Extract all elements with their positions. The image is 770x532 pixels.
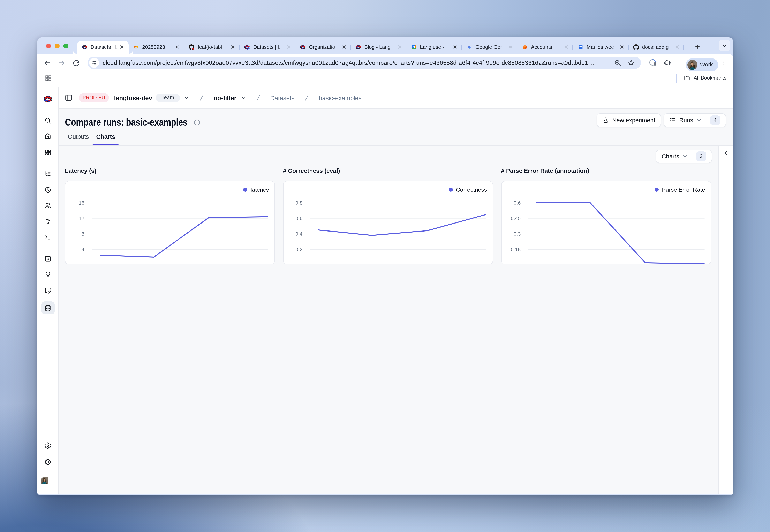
address-bar[interactable]: cloud.langfuse.com/project/cmfwgv8fx002o… [87, 56, 641, 69]
sidebar-toggle-icon[interactable] [64, 94, 73, 102]
sidebar-item-support[interactable] [41, 455, 54, 469]
legend-dot [655, 188, 659, 192]
reload-button[interactable] [71, 58, 80, 67]
legend-label: Correctness [456, 186, 487, 193]
dashboards-icon [44, 149, 51, 156]
browser-tab[interactable]: Blog - Lang [351, 41, 406, 54]
runs-count-badge: 4 [710, 115, 720, 125]
sidebar-item-settings[interactable] [41, 439, 54, 452]
site-settings-icon[interactable] [89, 58, 99, 68]
bookmark-star-icon[interactable] [627, 58, 636, 67]
page-tab-charts[interactable]: Charts [92, 133, 119, 146]
sidebar-item-insights[interactable] [41, 268, 54, 281]
chart-card: 0.80.60.40.2Correctness [283, 181, 493, 264]
chart-block-title: # Parse Error Rate (annotation) [501, 167, 711, 176]
browser-tab[interactable]: docs: add g [629, 41, 684, 54]
playground-icon [44, 234, 51, 241]
browser-tab[interactable]: Datasets | L [240, 41, 295, 54]
new-tab-button[interactable] [692, 41, 703, 52]
org-name[interactable]: langfuse-dev [114, 94, 152, 101]
collapse-panel-icon[interactable] [723, 150, 729, 156]
chart-line-parse-error-rate [536, 203, 705, 264]
tab-close-icon[interactable] [119, 44, 125, 50]
browser-tab[interactable]: Google Ger [462, 41, 517, 54]
sidebar-item-home[interactable] [41, 130, 54, 143]
sidebar-item-datasets[interactable] [41, 301, 54, 314]
browser-tab[interactable]: Accounts | [517, 41, 573, 54]
sidebar-item-search[interactable] [41, 114, 54, 127]
favicon-github-x [188, 44, 195, 50]
langfuse-logo[interactable] [41, 92, 54, 105]
browser-tab[interactable]: Langfuse - [406, 41, 462, 54]
close-window-button[interactable] [46, 43, 51, 48]
line-chart: 0.60.450.30.15 [501, 181, 711, 264]
new-experiment-button[interactable]: New experiment [597, 113, 661, 127]
profile-avatar [687, 60, 697, 70]
sidebar-item-sessions[interactable] [41, 183, 54, 196]
sidebar-item-dashboards[interactable] [41, 146, 54, 159]
sidebar-item-tracing[interactable] [41, 167, 54, 180]
browser-tab[interactable]: Marlies wee [573, 41, 629, 54]
tab-close-icon[interactable] [675, 44, 681, 50]
flask-icon [603, 117, 609, 123]
traffic-lights [46, 43, 68, 48]
tab-strip: Datasets | L20250923feat(io-tablDatasets… [37, 37, 733, 54]
sidebar-item-scores[interactable] [41, 252, 54, 265]
charts-dropdown-button[interactable]: Charts 3 [656, 150, 712, 163]
environment-badge[interactable]: PROD-EU [79, 93, 109, 102]
sidebar-item-playground[interactable] [41, 231, 54, 244]
browser-tab[interactable]: Organizatio [295, 41, 351, 54]
tab-close-icon[interactable] [619, 44, 625, 50]
user-avatar[interactable] [41, 477, 55, 491]
breadcrumb-slash [255, 94, 262, 101]
tab-close-icon[interactable] [452, 44, 458, 50]
tab-close-icon[interactable] [397, 44, 403, 50]
chart-card: 0.60.450.30.15Parse Error Rate [501, 181, 711, 264]
browser-menu-icon[interactable] [719, 58, 728, 67]
chevron-down-icon [682, 153, 688, 159]
tab-close-icon[interactable] [508, 44, 514, 50]
tab-close-icon[interactable] [174, 44, 180, 50]
org-chevron-icon[interactable] [184, 95, 189, 101]
y-tick-label: 8 [81, 231, 84, 237]
favicon-langfuse [300, 44, 306, 50]
new-experiment-label: New experiment [612, 117, 655, 123]
fullscreen-window-button[interactable] [63, 43, 68, 48]
sidebar-item-users[interactable] [41, 199, 54, 212]
favicon-gemini [466, 44, 472, 50]
tab-close-icon[interactable] [341, 44, 347, 50]
runs-dropdown-button[interactable]: Runs 4 [664, 113, 726, 127]
y-tick-label: 4 [81, 247, 84, 252]
tab-search-button[interactable] [719, 40, 730, 51]
browser-tab[interactable]: Datasets | L [77, 41, 128, 54]
page-tab-outputs[interactable]: Outputs [64, 133, 92, 146]
zoom-icon[interactable] [613, 58, 622, 67]
y-tick-label: 0.2 [296, 247, 302, 252]
tab-close-icon[interactable] [230, 44, 236, 50]
breadcrumb-datasets-link[interactable]: Datasets [270, 94, 294, 101]
tab-close-icon[interactable] [286, 44, 292, 50]
favicon-gcal [411, 44, 417, 50]
minimize-window-button[interactable] [54, 43, 60, 48]
chart-card: 161284latency [65, 181, 275, 264]
url-text: cloud.langfuse.com/project/cmfwgv8fx002o… [103, 60, 597, 66]
browser-tab[interactable]: 20250923 [128, 41, 184, 54]
sidebar-item-prompts[interactable] [41, 216, 54, 229]
project-name[interactable]: no-filter [214, 94, 237, 101]
profile-chip[interactable]: Work [686, 58, 718, 71]
browser-tab[interactable]: feat(io-tabl [184, 41, 240, 54]
info-icon[interactable] [194, 119, 201, 126]
langfuse-app: PROD-EU langfuse-dev Team no-filter Data… [37, 87, 733, 494]
y-tick-label: 16 [79, 200, 84, 206]
back-button[interactable] [42, 58, 52, 67]
all-bookmarks[interactable]: All Bookmarks [684, 72, 726, 87]
favicon-github [633, 44, 639, 50]
extensions-icon[interactable] [663, 58, 672, 67]
sidebar-item-annotation[interactable] [41, 284, 54, 297]
project-chevron-icon[interactable] [240, 95, 246, 101]
tab-close-icon[interactable] [563, 44, 569, 50]
apps-grid-icon[interactable] [45, 75, 52, 82]
password-manager-icon[interactable] [648, 58, 658, 67]
forward-button[interactable] [57, 58, 66, 67]
chart-block: # Parse Error Rate (annotation)0.60.450.… [501, 167, 711, 264]
